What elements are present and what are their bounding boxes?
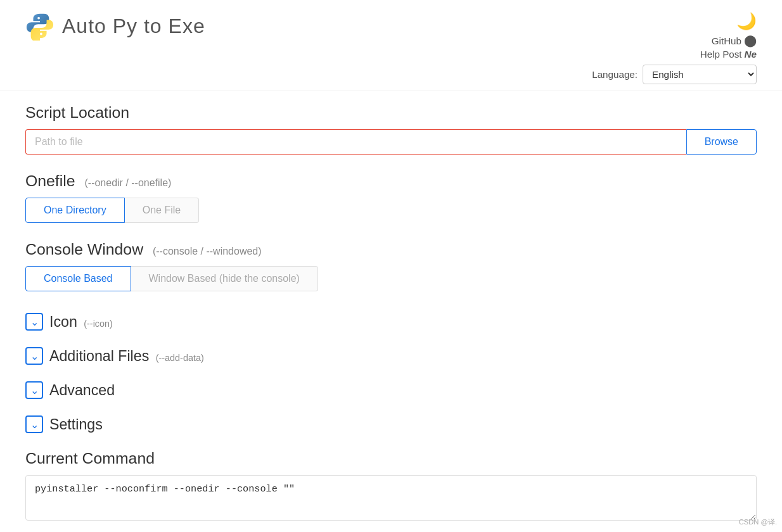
additional-files-title: Additional Files (--add-data) bbox=[49, 348, 204, 365]
language-select[interactable]: English 中文 Español Deutsch Français bbox=[643, 65, 757, 84]
app-title: Auto Py to Exe bbox=[62, 15, 205, 38]
window-based-button[interactable]: Window Based (hide the console) bbox=[131, 266, 318, 291]
script-location-row: Browse bbox=[25, 129, 757, 155]
current-command-title: Current Command bbox=[25, 450, 757, 467]
settings-title: Settings bbox=[49, 416, 103, 433]
one-directory-button[interactable]: One Directory bbox=[25, 198, 125, 223]
script-location-title: Script Location bbox=[25, 104, 757, 122]
dark-mode-icon[interactable]: 🌙 bbox=[736, 11, 757, 30]
console-window-subtitle: (--console / --windowed) bbox=[153, 246, 262, 256]
github-label: GitHub bbox=[712, 35, 741, 46]
icon-section-header[interactable]: ⌄ Icon (--icon) bbox=[25, 309, 757, 334]
language-label: Language: bbox=[592, 69, 638, 80]
script-location-section: Script Location Browse bbox=[25, 104, 757, 155]
additional-files-section-header[interactable]: ⌄ Additional Files (--add-data) bbox=[25, 343, 757, 369]
footer-text: CSDN @译. bbox=[739, 517, 777, 527]
icon-section: ⌄ Icon (--icon) bbox=[25, 309, 757, 334]
additional-files-section: ⌄ Additional Files (--add-data) bbox=[25, 343, 757, 369]
settings-section-header[interactable]: ⌄ Settings bbox=[25, 412, 757, 437]
icon-title: Icon (--icon) bbox=[49, 314, 113, 331]
console-window-title: Console Window (--console / --windowed) bbox=[25, 241, 757, 258]
current-command-section: Current Command pyinstaller --noconfirm … bbox=[25, 450, 757, 532]
logo-area: Auto Py to Exe bbox=[25, 11, 205, 41]
github-link[interactable]: GitHub ⬤ bbox=[712, 34, 757, 48]
advanced-collapse-icon: ⌄ bbox=[25, 381, 43, 399]
console-button-group: Console Based Window Based (hide the con… bbox=[25, 266, 757, 291]
additional-files-collapse-icon: ⌄ bbox=[25, 347, 43, 365]
advanced-title: Advanced bbox=[49, 382, 115, 399]
browse-button[interactable]: Browse bbox=[686, 129, 757, 155]
settings-collapse-icon: ⌄ bbox=[25, 415, 43, 433]
language-row: Language: English 中文 Español Deutsch Fra… bbox=[592, 65, 757, 84]
advanced-section: ⌄ Advanced bbox=[25, 377, 757, 403]
help-suffix: Ne bbox=[745, 49, 757, 60]
icon-collapse-icon: ⌄ bbox=[25, 313, 43, 331]
help-link[interactable]: Help Post Ne bbox=[700, 49, 757, 60]
icon-subtitle: (--icon) bbox=[84, 319, 113, 329]
one-file-button[interactable]: One File bbox=[125, 198, 199, 223]
console-based-button[interactable]: Console Based bbox=[25, 266, 131, 291]
onefile-button-group: One Directory One File bbox=[25, 198, 757, 223]
help-label: Help Post bbox=[700, 49, 742, 60]
header-links: GitHub ⬤ Help Post Ne bbox=[700, 34, 757, 60]
console-window-section: Console Window (--console / --windowed) … bbox=[25, 241, 757, 291]
current-command-textarea[interactable]: pyinstaller --noconfirm --onedir --conso… bbox=[25, 475, 757, 521]
script-path-input[interactable] bbox=[25, 129, 686, 155]
header-right: 🌙 GitHub ⬤ Help Post Ne Language: Englis… bbox=[592, 11, 757, 84]
python-logo bbox=[25, 11, 54, 41]
onefile-title: Onefile (--onedir / --onefile) bbox=[25, 172, 757, 190]
additional-files-subtitle: (--add-data) bbox=[156, 353, 204, 363]
advanced-section-header[interactable]: ⌄ Advanced bbox=[25, 377, 757, 403]
settings-section: ⌄ Settings bbox=[25, 412, 757, 437]
onefile-subtitle: (--onedir / --onefile) bbox=[84, 177, 171, 188]
github-icon: ⬤ bbox=[744, 34, 757, 48]
onefile-section: Onefile (--onedir / --onefile) One Direc… bbox=[25, 172, 757, 223]
header: Auto Py to Exe 🌙 GitHub ⬤ Help Post Ne L… bbox=[0, 0, 782, 91]
main-content: Script Location Browse Onefile (--onedir… bbox=[0, 91, 782, 532]
